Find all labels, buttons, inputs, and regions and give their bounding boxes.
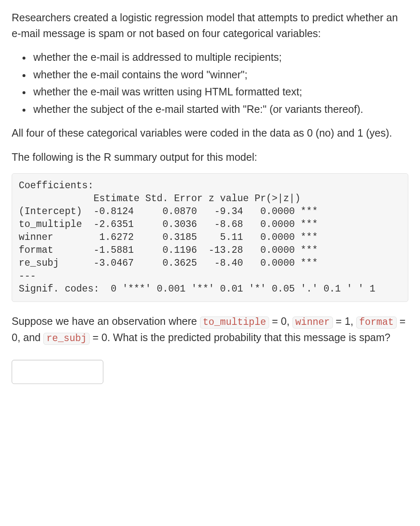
list-item: whether the e-mail contains the word "wi… [31, 67, 408, 83]
summary-lead: The following is the R summary output fo… [12, 150, 408, 165]
intro-paragraph: Researchers created a logistic regressio… [12, 10, 408, 41]
coding-note: All four of these categorical variables … [12, 125, 408, 141]
question-text: = 0, [269, 315, 292, 327]
question-text: = 0. What is the predicted probability t… [90, 332, 390, 343]
question-text: Suppose we have an observation where [12, 315, 200, 327]
question-paragraph: Suppose we have an observation where to_… [12, 314, 408, 346]
list-item: whether the subject of the e-mail starte… [31, 102, 408, 117]
code-format: format [356, 317, 397, 329]
code-re-subj: re_subj [43, 333, 90, 345]
answer-input[interactable] [12, 360, 103, 384]
code-winner: winner [292, 317, 333, 329]
r-output-block: Coefficients: Estimate Std. Error z valu… [12, 173, 408, 302]
question-text: = 1, [333, 315, 356, 327]
variable-list: whether the e-mail is addressed to multi… [12, 50, 408, 117]
list-item: whether the e-mail is addressed to multi… [31, 50, 408, 65]
list-item: whether the e-mail was written using HTM… [31, 84, 408, 100]
code-to-multiple: to_multiple [200, 317, 269, 329]
